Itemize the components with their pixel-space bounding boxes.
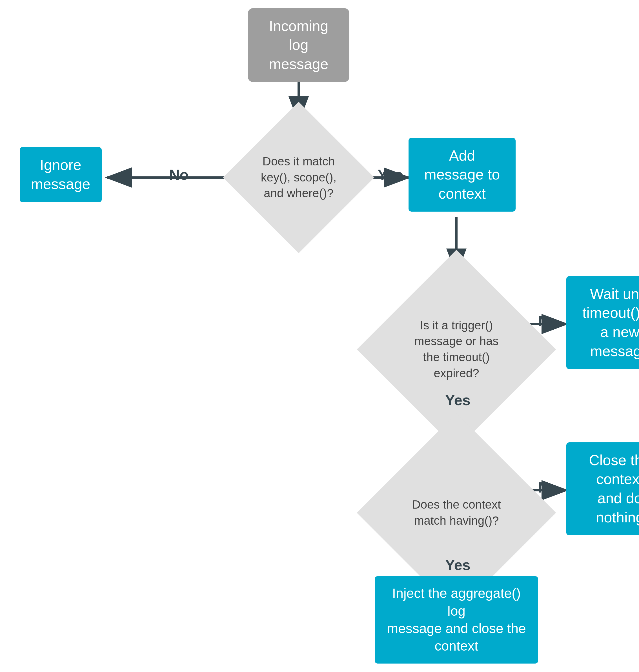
wait-node: Wait until timeout() or a new message [566, 289, 639, 356]
no-label-3: No [538, 479, 558, 496]
diamond1-shape: Does it match key(), scope(), and where(… [223, 102, 374, 253]
ignore-label: Ignore message [20, 147, 102, 202]
close-nothing-label: Close the context and do nothing [566, 442, 639, 535]
flowchart: Incoming log message Does it match key()… [0, 0, 639, 672]
diamond1-label: Does it match key(), scope(), and where(… [259, 138, 338, 217]
diamond3-label: Does the context match having()? [406, 462, 507, 564]
inject-node: Inject the aggregate() log message and c… [375, 586, 538, 654]
diamond2-label: Is it a trigger() message or has the tim… [406, 299, 507, 400]
ignore-node: Ignore message [17, 146, 104, 203]
inject-label: Inject the aggregate() log message and c… [375, 576, 538, 663]
incoming-label: Incoming log message [248, 8, 349, 82]
wait-label: Wait until timeout() or a new message [566, 276, 639, 369]
no-label-2: No [538, 313, 558, 330]
add-message-label: Add message to context [408, 138, 516, 212]
add-message-node: Add message to context [408, 146, 516, 203]
close-nothing-node: Close the context and do nothing [566, 455, 639, 523]
diamond1-wrapper: Does it match key(), scope(), and where(… [214, 121, 383, 234]
incoming-node: Incoming log message [248, 17, 349, 73]
yes-label-2: Yes [445, 392, 470, 409]
yes-label-3: Yes [445, 557, 470, 573]
no-label-1: No [169, 166, 188, 183]
yes-label-1: Yes [377, 166, 403, 183]
